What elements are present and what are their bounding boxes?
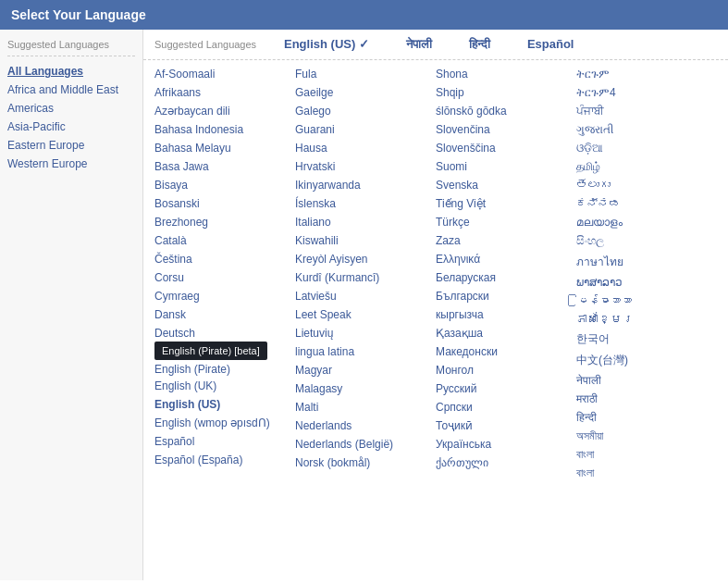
lang-mongol[interactable]: Монгол — [436, 362, 576, 379]
lang-kyrgyzcha[interactable]: кыргызча — [436, 306, 576, 323]
lang-thai[interactable]: ภาษาไทย — [576, 251, 717, 272]
lang-gujarati[interactable]: ગુજરાતી — [576, 121, 717, 138]
sidebar-item-western[interactable]: Western Europe — [7, 155, 135, 173]
lang-islenska[interactable]: Íslenska — [295, 195, 436, 212]
lang-guarani[interactable]: Guarani — [295, 121, 436, 138]
sidebar-item-asia[interactable]: Asia-Pacific — [7, 118, 135, 136]
lang-cymraeg[interactable]: Cymraeg — [154, 288, 295, 304]
lang-nepali[interactable]: नेपाली — [576, 372, 717, 389]
sidebar-item-eastern[interactable]: Eastern Europe — [7, 136, 135, 155]
lang-espanol-espana[interactable]: Español (España) — [154, 452, 295, 468]
lang-brezhoneg[interactable]: Brezhoneg — [154, 214, 295, 230]
lang-kreyol[interactable]: Kreyòl Ayisyen — [295, 251, 436, 267]
lang-galego[interactable]: Galego — [295, 103, 436, 119]
lang-belarusskaya[interactable]: Беларуская — [436, 269, 576, 286]
lang-ukrainska[interactable]: Українська — [436, 436, 576, 453]
lang-latviesu[interactable]: Latviešu — [295, 288, 436, 304]
lang-hrvatski[interactable]: Hrvatski — [295, 158, 436, 175]
lang-srpski[interactable]: Српски — [436, 399, 576, 416]
lang-norsk[interactable]: Norsk (bokmål) — [295, 454, 436, 471]
lang-bulgarski[interactable]: Български — [436, 288, 576, 304]
lang-bangla2[interactable]: বাংলা — [576, 465, 717, 481]
lang-hausa[interactable]: Hausa — [295, 140, 436, 156]
lang-tieng-viet[interactable]: Tiếng Việt — [436, 195, 576, 212]
lang-deutsch[interactable]: Deutsch — [154, 325, 295, 342]
lang-russki[interactable]: Русский — [436, 380, 576, 397]
lang-bangla[interactable]: বাংলা — [576, 446, 717, 463]
lang-amharic[interactable]: ትርጉም — [576, 66, 717, 82]
lang-af-soomaali[interactable]: Af-Soomaali — [154, 66, 295, 82]
lang-shqip[interactable]: Shqip — [436, 84, 576, 101]
lang-english-us[interactable]: English (US) — [154, 396, 295, 413]
lang-basa-jawa[interactable]: Basa Jawa — [154, 158, 295, 175]
lang-kazaksha[interactable]: Қазақша — [436, 325, 576, 342]
lang-afrikaans[interactable]: Afrikaans — [154, 84, 295, 101]
lang-amharic2[interactable]: ትርጉም4 — [576, 84, 717, 101]
lang-nederlands-belgie[interactable]: Nederlands (België) — [295, 436, 436, 453]
lang-hindi[interactable]: हिन्दी — [576, 409, 717, 426]
lang-malayalam[interactable]: മലയാളം — [576, 214, 717, 230]
lang-assamese[interactable]: অসমীয়া — [576, 428, 717, 444]
lang-english-uk[interactable]: English (UK) — [154, 378, 295, 394]
sidebar-item-africa[interactable]: Africa and Middle East — [7, 81, 135, 99]
lang-telugu[interactable]: తెలుగు — [576, 177, 717, 193]
lang-kartuli[interactable]: ქართული — [436, 454, 576, 471]
sidebar-item-all[interactable]: All Languages — [7, 62, 135, 81]
lang-italiano[interactable]: Italiano — [295, 214, 436, 230]
lang-khmer[interactable]: ភាសាខ្មែរ — [576, 311, 717, 328]
lang-english-upside[interactable]: English (wmop əpısdՈ) — [154, 415, 295, 431]
lang-kiswahili[interactable]: Kiswahili — [295, 232, 436, 249]
lang-dansk[interactable]: Dansk — [154, 306, 295, 323]
lang-slovenscina[interactable]: Slovenščina — [436, 140, 576, 156]
lang-malti[interactable]: Malti — [295, 399, 436, 416]
lang-nederlands[interactable]: Nederlands — [295, 417, 436, 434]
lang-odia[interactable]: ଓଡ଼ିଆ — [576, 140, 717, 156]
lang-shona[interactable]: Shona — [436, 66, 576, 82]
suggested-lang-en-us[interactable]: English (US) ✓ — [284, 37, 369, 52]
lang-bisaya[interactable]: Bisaya — [154, 177, 295, 193]
lang-bahasa-melayu[interactable]: Bahasa Melayu — [154, 140, 295, 156]
lang-suomi[interactable]: Suomi — [436, 158, 576, 175]
lang-burmese[interactable]: မြန်မာဘာသာ — [576, 292, 717, 309]
sidebar-item-americas[interactable]: Americas — [7, 99, 135, 118]
lang-chinese-taiwan[interactable]: 中文(台灣) — [576, 351, 717, 370]
lang-bahasa-indonesia[interactable]: Bahasa Indonesia — [154, 121, 295, 138]
lang-lietuviu[interactable]: Lietuvių — [295, 325, 436, 342]
lang-sinhala[interactable]: සිංහල — [576, 232, 717, 249]
lang-kannada[interactable]: ಕನ್ನಡ — [576, 195, 717, 212]
suggested-lang-ne[interactable]: नेपाली — [406, 37, 432, 52]
lang-catala[interactable]: Català — [154, 232, 295, 249]
lang-ikinyarwanda[interactable]: Ikinyarwanda — [295, 177, 436, 193]
lang-kurdi[interactable]: Kurdî (Kurmancî) — [295, 269, 436, 286]
lang-makedonski[interactable]: Македонски — [436, 343, 576, 360]
lang-fula[interactable]: Fula — [295, 66, 436, 82]
lang-espanol[interactable]: Español — [154, 433, 295, 450]
lang-english-pirate[interactable]: English (Pirate) — [154, 361, 230, 378]
lang-lingua-latina[interactable]: lingua latina — [295, 343, 436, 360]
header-title: Select Your Language — [11, 7, 146, 22]
lang-tamil[interactable]: தமிழ் — [576, 158, 717, 175]
lang-punjabi[interactable]: ਪੰਜਾਬੀ — [576, 103, 717, 119]
lang-cestina[interactable]: Čeština — [154, 251, 295, 267]
lang-bosanski[interactable]: Bosanski — [154, 195, 295, 212]
lang-tojiki[interactable]: Тоҷикӣ — [436, 417, 576, 434]
lang-col-3: Shona Shqip ślōnskō gōdka Slovenčina Slo… — [436, 66, 576, 481]
lang-lao[interactable]: ພາສາລາວ — [576, 274, 717, 291]
lang-leet[interactable]: Leet Speak — [295, 306, 436, 323]
lang-gaeilge[interactable]: Gaeilge — [295, 84, 436, 101]
suggested-lang-hi[interactable]: हिन्दी — [469, 37, 490, 52]
lang-marathi[interactable]: मराठी — [576, 391, 717, 407]
lang-magyar[interactable]: Magyar — [295, 362, 436, 379]
lang-korean[interactable]: 한국어 — [576, 329, 717, 349]
lang-turkce[interactable]: Türkçe — [436, 214, 576, 230]
lang-greek[interactable]: Ελληνικά — [436, 251, 576, 267]
lang-svenska[interactable]: Svenska — [436, 177, 576, 193]
lang-pirate-wrapper: English (Pirate) [beta] English (Pirate) — [154, 362, 295, 376]
lang-zaza[interactable]: Zaza — [436, 232, 576, 249]
lang-slovencina[interactable]: Slovenčina — [436, 121, 576, 138]
lang-corsu[interactable]: Corsu — [154, 269, 295, 286]
lang-slonskoe[interactable]: ślōnskō gōdka — [436, 103, 576, 119]
suggested-lang-es[interactable]: Español — [527, 37, 574, 52]
lang-malagasy[interactable]: Malagasy — [295, 380, 436, 397]
lang-azerbaycan[interactable]: Azərbaycan dili — [154, 103, 295, 119]
